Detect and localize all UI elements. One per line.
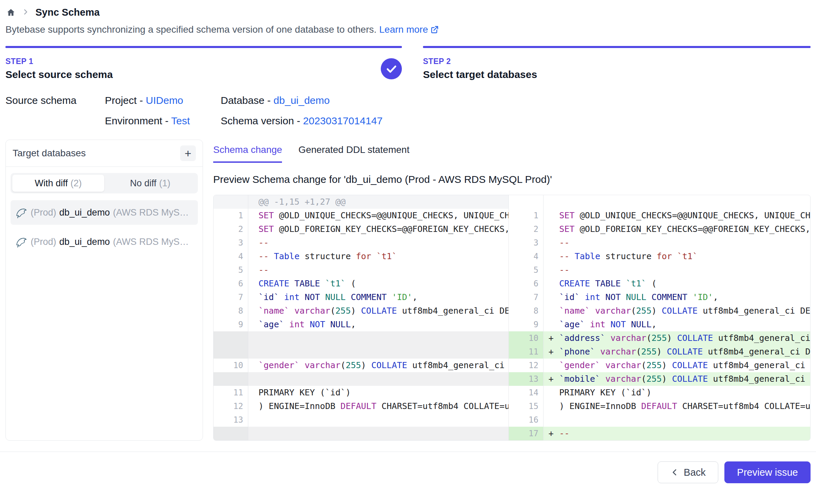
tab-no-diff[interactable]: No diff (1) xyxy=(104,175,196,192)
line-number: 13 xyxy=(214,413,248,427)
tab-schema-change[interactable]: Schema change xyxy=(213,144,282,163)
home-icon[interactable] xyxy=(6,8,16,17)
code-line xyxy=(248,372,508,386)
code-line: `age` int NOT NULL, xyxy=(559,318,810,331)
environment-link[interactable]: Test xyxy=(171,115,190,126)
code-line: `id` int NOT NULL COMMENT 'ID', xyxy=(559,290,810,304)
diff-row: 12) ENGINE=InnoDB DEFAULT CHARSET=utf8mb… xyxy=(214,399,508,413)
tab-with-diff[interactable]: With diff (2) xyxy=(12,175,104,192)
code-line: `phone` varchar(255) COLLATE utf8mb4_gen… xyxy=(559,345,810,359)
code-line: -- xyxy=(559,236,810,250)
chevron-left-icon xyxy=(670,468,679,477)
line-number: 2 xyxy=(509,222,544,236)
target-database-item[interactable]: (Prod)db_ui_demo(AWS RDS MySQL Prod) xyxy=(11,230,198,254)
code-line xyxy=(248,413,508,427)
line-number: 9 xyxy=(509,318,544,331)
preview-title: Preview Schema change for 'db_ui_demo (P… xyxy=(213,174,811,185)
code-line: ) ENGINE=InnoDB DEFAULT CHARSET=utf8mb4 … xyxy=(559,399,810,413)
diff-row: 6CREATE TABLE `t1` ( xyxy=(509,277,810,290)
step-complete-check-icon xyxy=(381,58,402,79)
learn-more-link[interactable]: Learn more xyxy=(379,24,439,35)
code-line: PRIMARY KEY (`id`) xyxy=(559,386,810,399)
diff-row: 4-- Table structure for `t1` xyxy=(214,250,508,263)
code-line: -- xyxy=(248,263,508,277)
line-number: 4 xyxy=(509,250,544,263)
diff-row-added: 10+ `address` varchar(255) COLLATE utf8m… xyxy=(509,331,810,345)
diff-row: 8 `name` varchar(255) COLLATE utf8mb4_ge… xyxy=(214,304,508,318)
diff-sign xyxy=(544,277,559,290)
code-line: SET @OLD_UNIQUE_CHECKS=@@UNIQUE_CHECKS, … xyxy=(559,209,810,222)
code-line: `age` int NOT NULL, xyxy=(248,318,508,331)
step-2-label: STEP 2 xyxy=(423,57,811,66)
code-line xyxy=(248,331,508,345)
diff-row: 4-- Table structure for `t1` xyxy=(509,250,810,263)
diff-sign: + xyxy=(544,331,559,345)
diff-row: 1SET @OLD_UNIQUE_CHECKS=@@UNIQUE_CHECKS,… xyxy=(214,209,508,222)
code-line: PRIMARY KEY (`id`) xyxy=(248,386,508,399)
code-line xyxy=(559,195,810,209)
database-instance: (AWS RDS MySQL Prod) xyxy=(113,237,193,247)
no-diff-count: (1) xyxy=(159,178,170,189)
diff-row: 10 `gender` varchar(255) COLLATE utf8mb4… xyxy=(214,359,508,372)
main-content: Target databases + With diff (2) No diff… xyxy=(5,140,811,441)
database-link[interactable]: db_ui_demo xyxy=(273,95,330,106)
code-line: `gender` varchar(255) COLLATE utf8mb4_ge… xyxy=(559,359,810,372)
line-number xyxy=(214,345,248,359)
back-button[interactable]: Back xyxy=(658,461,718,483)
step-2: STEP 2 Select target databases xyxy=(423,46,811,80)
diff-row: 13 xyxy=(214,413,508,427)
diff-row: 16 xyxy=(509,413,810,427)
code-line: -- xyxy=(559,427,810,440)
schema-diff-view: @@ -1,15 +1,27 @@1SET @OLD_UNIQUE_CHECKS… xyxy=(213,195,811,441)
preview-tabs: Schema change Generated DDL statement xyxy=(213,144,811,163)
diff-row: 9 `age` int NOT NULL, xyxy=(509,318,810,331)
code-line: CREATE TABLE `t1` ( xyxy=(248,277,508,290)
source-schema-summary: Source schema Project - UIDemo Database … xyxy=(5,95,811,127)
code-line xyxy=(248,427,508,440)
line-number xyxy=(214,372,248,386)
description-text: Bytebase supports synchronizing a specif… xyxy=(5,24,377,35)
line-number: 14 xyxy=(509,386,544,399)
preview-issue-button[interactable]: Preview issue xyxy=(724,461,811,483)
diff-row: 1SET @OLD_UNIQUE_CHECKS=@@UNIQUE_CHECKS,… xyxy=(509,209,810,222)
code-line: `name` varchar(255) COLLATE utf8mb4_gene… xyxy=(559,304,810,318)
diff-sign xyxy=(544,399,559,413)
diff-sign xyxy=(544,250,559,263)
code-line: `address` varchar(255) COLLATE utf8mb4_g… xyxy=(559,331,810,345)
diff-sign xyxy=(544,222,559,236)
diff-sign: + xyxy=(544,345,559,359)
diff-row: @@ -1,15 +1,27 @@ xyxy=(214,195,508,209)
schema-version-link[interactable]: 20230317014147 xyxy=(303,115,383,126)
code-line: `gender` varchar(255) COLLATE utf8mb4_ge… xyxy=(248,359,508,372)
code-line: SET @OLD_FOREIGN_KEY_CHECKS=@@FOREIGN_KE… xyxy=(248,222,508,236)
page-title: Sync Schema xyxy=(35,7,100,18)
diff-row: 3-- xyxy=(509,236,810,250)
project-link[interactable]: UIDemo xyxy=(146,95,183,106)
database-field: Database - db_ui_demo xyxy=(221,95,811,106)
code-line: -- Table structure for `t1` xyxy=(559,250,810,263)
tab-generated-ddl[interactable]: Generated DDL statement xyxy=(298,144,409,161)
line-number: 8 xyxy=(509,304,544,318)
line-number xyxy=(214,331,248,345)
database-name: db_ui_demo xyxy=(59,237,110,247)
diff-row: 9 `age` int NOT NULL, xyxy=(214,318,508,331)
diff-row-added: 11+ `phone` varchar(255) COLLATE utf8mb4… xyxy=(509,345,810,359)
database-name: db_ui_demo xyxy=(59,207,110,218)
diff-sign xyxy=(544,209,559,222)
diff-row: 7 `id` int NOT NULL COMMENT 'ID', xyxy=(509,290,810,304)
diff-row-added: 13+ `mobile` varchar(255) COLLATE utf8mb… xyxy=(509,372,810,386)
code-line: `id` int NOT NULL COMMENT 'ID', xyxy=(248,290,508,304)
line-number xyxy=(509,195,544,209)
target-database-item[interactable]: (Prod)db_ui_demo(AWS RDS MySQL Prod) xyxy=(11,200,198,225)
diff-row-placeholder xyxy=(214,372,508,386)
sync-schema-page: Sync Schema Bytebase supports synchroniz… xyxy=(0,0,816,441)
step-1-label: STEP 1 xyxy=(5,57,402,66)
line-number: 13 xyxy=(509,372,544,386)
add-target-database-button[interactable]: + xyxy=(180,145,196,161)
line-number: 17 xyxy=(509,427,544,440)
code-line: CREATE TABLE `t1` ( xyxy=(559,277,810,290)
diff-row: 5-- xyxy=(509,263,810,277)
database-instance: (AWS RDS MySQL Prod) xyxy=(113,207,193,218)
line-number xyxy=(214,195,248,209)
diff-sign: + xyxy=(544,372,559,386)
